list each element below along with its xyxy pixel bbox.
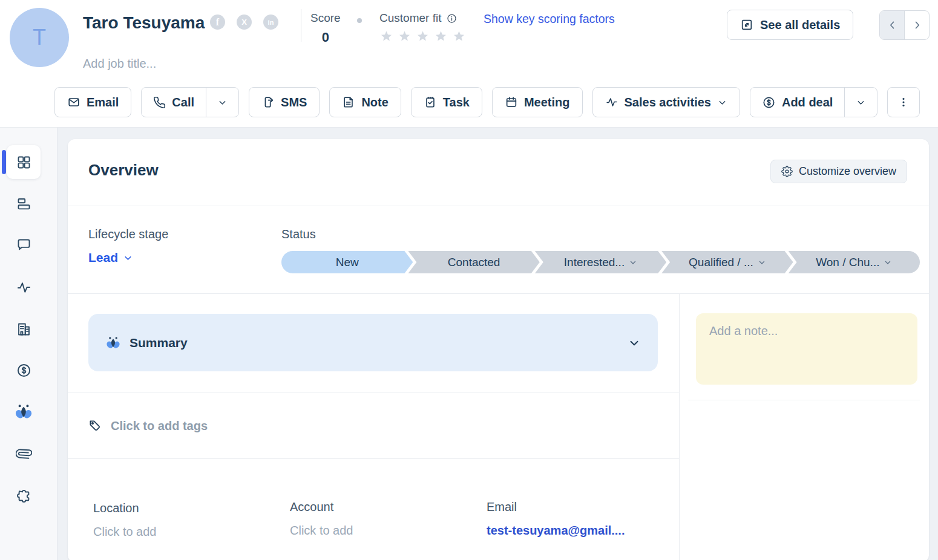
- avatar-initial: T: [33, 25, 46, 50]
- field-label: Account: [290, 500, 471, 514]
- x-icon[interactable]: X: [237, 15, 252, 30]
- sidebar-item-conversations[interactable]: [7, 228, 41, 262]
- email-button[interactable]: Email: [54, 87, 131, 117]
- meeting-button[interactable]: Meeting: [492, 87, 583, 117]
- add-deal-button[interactable]: Add deal: [750, 88, 844, 117]
- summary-label: Summary: [130, 336, 188, 350]
- add-deal-options-dropdown[interactable]: [844, 88, 877, 117]
- tag-icon: [88, 419, 102, 433]
- stage-label: Won / Chu...: [816, 256, 879, 269]
- field-label: Location: [93, 501, 275, 515]
- stage-label: Contacted: [448, 256, 500, 269]
- overview-title: Overview: [88, 161, 159, 180]
- summary-accordion[interactable]: Summary: [88, 314, 658, 371]
- score-block: Score 0: [310, 11, 341, 45]
- status-pipeline: New Contacted Interested... Qualified / …: [281, 251, 920, 273]
- sidebar-item-overview[interactable]: [7, 145, 41, 179]
- chat-icon: [16, 237, 32, 253]
- task-checklist-icon: [424, 96, 437, 109]
- sidebar-item-ai-assistant[interactable]: [7, 395, 41, 429]
- add-note-input[interactable]: [696, 313, 917, 385]
- more-options-button[interactable]: [887, 87, 920, 117]
- star-icon: [398, 30, 412, 44]
- chevron-down-icon: [856, 97, 866, 108]
- note-document-icon: [342, 96, 355, 109]
- left-sidebar: [0, 128, 57, 560]
- sidebar-item-integrations[interactable]: [7, 478, 41, 512]
- next-record-button[interactable]: [905, 11, 929, 39]
- linkedin-icon[interactable]: in: [263, 15, 278, 30]
- kebab-menu-icon: [897, 96, 910, 109]
- divider: [68, 293, 929, 294]
- note-box: [696, 313, 917, 385]
- status-stage-new[interactable]: New: [281, 251, 413, 273]
- record-pager: [879, 10, 930, 40]
- call-options-dropdown[interactable]: [206, 88, 238, 117]
- sms-button[interactable]: SMS: [249, 87, 320, 117]
- sales-activities-button[interactable]: Sales activities: [592, 87, 740, 117]
- chevron-down-icon: [629, 258, 637, 267]
- separator-dot: [357, 18, 362, 23]
- attachment-icon: [16, 446, 32, 462]
- job-title-field[interactable]: Add job title...: [83, 57, 156, 71]
- lifecycle-stage-value: Lead: [88, 250, 118, 265]
- header-divider: [301, 9, 301, 42]
- add-tags-field[interactable]: Click to add tags: [88, 417, 208, 435]
- divider: [68, 206, 929, 206]
- task-label: Task: [443, 96, 470, 109]
- email-link[interactable]: test-tesuyama@gmail....: [487, 524, 668, 538]
- task-button[interactable]: Task: [411, 87, 482, 117]
- bee-ai-icon: [14, 402, 33, 422]
- activity-icon: [16, 279, 32, 296]
- sales-activities-label: Sales activities: [625, 96, 711, 109]
- previous-record-button[interactable]: [880, 11, 905, 39]
- info-icon[interactable]: [446, 13, 458, 24]
- chevron-down-icon: [717, 97, 727, 108]
- sidebar-item-fields[interactable]: [7, 187, 41, 221]
- expand-icon: [740, 18, 753, 31]
- sidebar-item-activities[interactable]: [7, 270, 41, 304]
- status-stage-qualified[interactable]: Qualified / ...: [661, 251, 793, 273]
- avatar[interactable]: T: [10, 8, 69, 67]
- status-stage-interested[interactable]: Interested...: [535, 251, 666, 273]
- company-icon: [16, 321, 32, 337]
- sidebar-item-deals[interactable]: [7, 353, 41, 387]
- overview-card: Overview Customize overview Lifecycle st…: [68, 139, 929, 560]
- sidebar-item-company[interactable]: [7, 312, 41, 346]
- chevron-down-icon: [628, 336, 641, 350]
- facebook-icon[interactable]: f: [210, 15, 225, 30]
- social-links: f X in: [210, 15, 278, 30]
- score-label: Score: [310, 11, 341, 25]
- column-divider: [679, 293, 680, 560]
- customer-fit-block: Customer fit: [379, 11, 466, 44]
- action-buttons-row: Email Call SMS Note Task: [54, 87, 920, 117]
- envelope-icon: [67, 96, 80, 109]
- customer-fit-stars[interactable]: [379, 30, 466, 44]
- email-label: Email: [87, 96, 119, 109]
- bee-ai-icon: [105, 335, 121, 351]
- chevron-left-icon: [887, 19, 898, 31]
- status-stage-won-churned[interactable]: Won / Chu...: [789, 251, 920, 273]
- note-button[interactable]: Note: [329, 87, 401, 117]
- lifecycle-stage-dropdown[interactable]: Lead: [88, 250, 133, 265]
- status-label: Status: [281, 227, 316, 241]
- chevron-down-icon: [758, 258, 766, 267]
- field-email: Email test-tesuyama@gmail....: [487, 500, 668, 538]
- status-stage-contacted[interactable]: Contacted: [408, 251, 539, 273]
- sms-phone-icon: [261, 96, 275, 109]
- field-value-placeholder[interactable]: Click to add: [290, 524, 471, 538]
- show-scoring-factors-link[interactable]: Show key scoring factors: [484, 12, 615, 26]
- field-account: Account Click to add: [290, 500, 471, 538]
- meeting-label: Meeting: [524, 96, 570, 109]
- sidebar-item-attachments[interactable]: [7, 437, 41, 470]
- field-value-placeholder[interactable]: Click to add: [93, 525, 275, 539]
- stage-label: Interested...: [564, 256, 625, 269]
- stage-label: Qualified / ...: [689, 256, 753, 269]
- activity-icon: [605, 96, 618, 109]
- call-button[interactable]: Call: [142, 88, 206, 117]
- chevron-down-icon: [217, 97, 228, 108]
- customize-overview-button[interactable]: Customize overview: [770, 160, 907, 183]
- calendar-icon: [505, 96, 518, 109]
- see-all-details-button[interactable]: See all details: [727, 10, 853, 40]
- phone-icon: [153, 96, 166, 109]
